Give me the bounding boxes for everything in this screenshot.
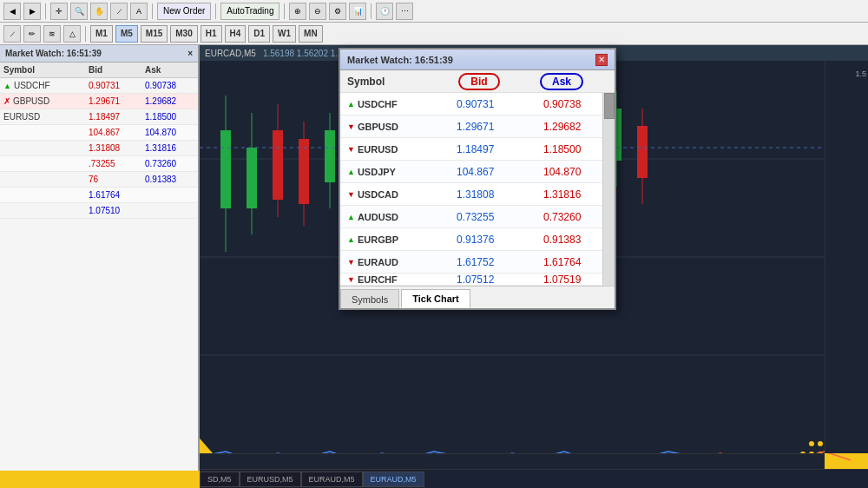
dialog-row-euraud: ▼EURAUD 1.61752 1.61764 (340, 251, 615, 274)
tf-mn[interactable]: MN (299, 25, 323, 43)
tf-m5[interactable]: M5 (115, 25, 138, 43)
magnify-btn2[interactable]: ⊖ (309, 3, 326, 20)
col-bid-mini: Bid (85, 63, 141, 77)
autotrading-btn[interactable]: AutoTrading (220, 3, 279, 20)
market-watch-mini-close[interactable]: × (187, 49, 193, 58)
tab-euraud-m5-1[interactable]: EURAUD,M5 (301, 472, 363, 487)
chart-symbol-label: EURCAD,M5 (205, 49, 256, 58)
zoom-btn[interactable]: 🔍 (70, 3, 88, 20)
fib-btn[interactable]: ≋ (43, 25, 61, 43)
mini-row-6: .73255 0.73260 (0, 156, 198, 172)
svg-rect-12 (325, 130, 335, 182)
props-btn[interactable]: ⚙ (329, 3, 346, 20)
col-symbol-mini: Symbol (0, 63, 85, 77)
toolbar-top: ◀ ▶ ✛ 🔍 ✋ ⟋ A New Order AutoTrading ⊕ ⊖ … (0, 0, 868, 23)
dialog-row-audusd: ▲AUDUSD 0.73255 0.73260 (340, 206, 615, 228)
mini-row-7: 76 0.91383 (0, 172, 198, 188)
dialog-close-btn[interactable]: ✕ (595, 54, 608, 66)
tab-symbols[interactable]: Symbols (340, 289, 399, 308)
dialog-header: Market Watch: 16:51:39 ✕ (340, 49, 615, 70)
mini-row-9: 1.07510 (0, 203, 198, 219)
sep6 (85, 26, 86, 42)
hand-btn[interactable]: ✋ (90, 3, 108, 20)
svg-rect-36 (637, 126, 648, 178)
crosshair-btn[interactable]: ✛ (50, 3, 68, 20)
dialog-tabs: Symbols Tick Chart (340, 286, 615, 308)
sep5 (371, 3, 372, 19)
chart-price-info: 1.56198 1.56202 1... (263, 49, 343, 58)
market-watch-dialog: Market Watch: 16:51:39 ✕ Symbol Bid Ask … (339, 48, 616, 310)
pencil-btn[interactable]: ✏ (23, 25, 41, 43)
tab-eurusd-m5[interactable]: EURUSD,M5 (240, 472, 301, 487)
dialog-col-symbol: Symbol (340, 76, 436, 88)
dialog-rows: ▲USDCHF 0.90731 0.90738 ▼GBPUSD 1.29671 … (340, 93, 615, 286)
market-watch-mini-title: Market Watch: 16:51:39 (5, 49, 102, 58)
mini-row-4: 104.867 104.870 (0, 125, 198, 141)
scrollbar-thumb[interactable] (604, 93, 615, 119)
svg-rect-4 (220, 130, 231, 208)
dialog-columns: Symbol Bid Ask (340, 70, 615, 93)
sep3 (215, 3, 216, 19)
tab-sd-m5[interactable]: SD,M5 (200, 472, 240, 487)
bottom-chart-tabs: SD,M5 EURUSD,M5 EURAUD,M5 EURAUD,M5 (200, 469, 868, 488)
market-watch-mini-panel: Market Watch: 16:51:39 × Symbol Bid Ask … (0, 45, 200, 471)
tf-m1[interactable]: M1 (90, 25, 113, 43)
market-watch-mini-header: Market Watch: 16:51:39 × (0, 45, 198, 63)
tf-m30[interactable]: M30 (170, 25, 197, 43)
tf-m15[interactable]: M15 (141, 25, 168, 43)
col-ask-mini: Ask (141, 63, 198, 77)
mini-row-5: 1.31808 1.31816 (0, 141, 198, 156)
mini-row-gbpusd: ✗GBPUSD 1.29671 1.29682 (0, 94, 198, 109)
svg-rect-8 (273, 130, 283, 200)
tf-d1[interactable]: D1 (248, 25, 270, 43)
dialog-row-eurusd: ▼EURUSD 1.18497 1.18500 (340, 138, 615, 161)
tf-w1[interactable]: W1 (273, 25, 296, 43)
dialog-title: Market Watch: 16:51:39 (347, 55, 453, 65)
tf-h1[interactable]: H1 (201, 25, 222, 43)
dialog-row-eurgbp: ▲EURGBP 0.91376 0.91383 (340, 228, 615, 251)
bid-circled-label: Bid (458, 73, 499, 90)
tab-tick-chart[interactable]: Tick Chart (401, 289, 470, 308)
tab-euraud-m5-2[interactable]: EURAUD,M5 (363, 472, 424, 487)
mini-row-8: 1.61764 (0, 188, 198, 203)
dialog-row-gbpusd: ▼GBPUSD 1.29671 1.29682 (340, 115, 615, 138)
ask-circled-label: Ask (540, 73, 583, 90)
market-watch-mini-columns: Symbol Bid Ask (0, 63, 198, 78)
magnify-btn1[interactable]: ⊕ (289, 3, 306, 20)
tf-h4[interactable]: H4 (225, 25, 247, 43)
dots-btn[interactable]: ⋯ (396, 3, 413, 20)
nav-btn[interactable]: ▶ (23, 3, 41, 20)
dialog-col-bid: Bid (436, 76, 523, 88)
dialog-row-usdjpy: ▲USDJPY 104.867 104.870 (340, 161, 615, 183)
new-order-btn[interactable]: New Order (157, 3, 211, 20)
toolbar-second: ⟋ ✏ ≋ △ M1 M5 M15 M30 H1 H4 D1 W1 MN (0, 23, 868, 45)
chart-btn[interactable]: 📊 (349, 3, 366, 20)
line-btn[interactable]: ⟋ (110, 3, 128, 20)
dialog-row-usdchf: ▲USDCHF 0.90731 0.90738 (340, 93, 615, 115)
sep2 (152, 3, 153, 19)
text-btn[interactable]: A (130, 3, 148, 20)
dialog-col-ask: Ask (523, 76, 601, 88)
price-scale: 1.5 (825, 61, 868, 453)
svg-rect-10 (299, 139, 309, 204)
sep1 (45, 3, 46, 19)
shape-btn[interactable]: △ (63, 25, 81, 43)
dialog-row-eurchf: ▼EURCHF 1.07512 1.07519 (340, 274, 615, 286)
mini-row-usdchf: ▲USDCHF 0.90731 0.90738 (0, 78, 198, 94)
svg-rect-6 (247, 148, 257, 208)
sep4 (284, 3, 285, 19)
mini-row-eurusd: EURUSD 1.18497 1.18500 (0, 109, 198, 125)
price-1.5: 1.5 (855, 69, 866, 78)
undo-btn[interactable]: ◀ (3, 3, 21, 20)
dialog-row-usdcad: ▼USDCAD 1.31808 1.31816 (340, 183, 615, 206)
clock-btn[interactable]: 🕐 (376, 3, 393, 20)
dialog-scrollbar[interactable] (602, 93, 615, 286)
line-draw-btn[interactable]: ⟋ (3, 25, 21, 43)
